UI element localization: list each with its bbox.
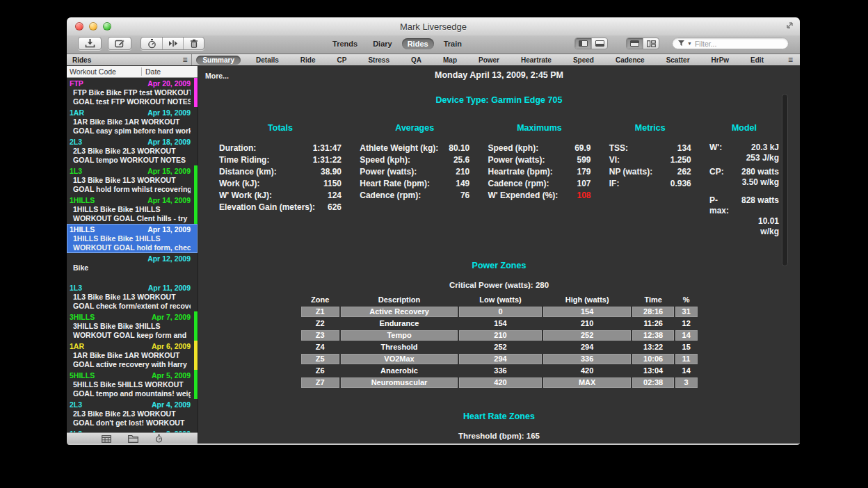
funnel-icon xyxy=(678,40,684,47)
zone-table-cell: Active Recovery xyxy=(341,307,458,317)
ride-list-item[interactable]: 1ARApr 6, 20091AR Bike Bike 1AR WORKOUTG… xyxy=(67,341,198,370)
zone-table-cell: 15 xyxy=(675,342,698,352)
zone-table-cell: Z4 xyxy=(301,342,339,352)
edit-button[interactable] xyxy=(108,37,131,50)
ride-tab-qa[interactable]: QA xyxy=(405,56,428,65)
ride-tab-summary[interactable]: Summary xyxy=(196,56,241,65)
ride-tab-map[interactable]: Map xyxy=(437,56,463,65)
ride-tab-scatter[interactable]: Scatter xyxy=(660,56,696,65)
ride-list-item[interactable]: FTPApr 20, 2009FTP Bike Bike FTP test WO… xyxy=(67,78,198,107)
ride-list[interactable]: FTPApr 20, 2009FTP Bike Bike FTP test WO… xyxy=(67,78,198,432)
summary-label: Cadence (rpm): xyxy=(360,190,421,202)
sidebar-column-headers[interactable]: Workout Code Date xyxy=(67,66,198,78)
fullview-toggle-button[interactable] xyxy=(627,38,643,49)
stopwatch-button[interactable] xyxy=(141,38,162,49)
ride-tab-bar: SummaryDetailsRideCPStressQAMapPowerHear… xyxy=(192,54,800,65)
ride-list-item[interactable]: 2L3Apr 18, 20092L3 Bike Bike 2L3 WORKOUT… xyxy=(67,136,198,165)
summary-row: 3.50 w/kg xyxy=(709,177,779,188)
ride-tabs-menu-icon[interactable]: ≡ xyxy=(788,56,793,63)
ride-workout-code: 1HILLS xyxy=(70,196,95,205)
summary-column-model: ModelW':20.3 kJ253 J/kgCP:280 watts3.50 … xyxy=(709,123,779,237)
filter-input[interactable] xyxy=(695,40,775,48)
view-tab-train[interactable]: Train xyxy=(438,38,467,49)
calendar-icon[interactable] xyxy=(102,435,111,443)
view-tabs: TrendsDiaryRidesTrain xyxy=(327,38,467,49)
summary-row: NP (watts):262 xyxy=(609,166,691,178)
more-link[interactable]: More... xyxy=(205,72,229,80)
close-button[interactable] xyxy=(75,22,83,31)
ride-title-line: 2L3Apr 18, 2009 xyxy=(70,138,191,147)
ride-detail-line: 1AR Bike Bike 1AR WORKOUT xyxy=(70,117,191,127)
column-header-date[interactable]: Date xyxy=(142,67,161,76)
ride-date: Apr 15, 2009 xyxy=(147,167,191,176)
ride-tab-power[interactable]: Power xyxy=(472,56,506,65)
ride-list-item[interactable]: 1HILLSApr 14, 20091HILLS Bike Bike 1HILL… xyxy=(67,195,198,224)
ride-list-item[interactable]: 1L3Apr 11, 20091L3 Bike Bike 1L3 WORKOUT… xyxy=(67,282,198,311)
vertical-scrollbar[interactable] xyxy=(782,94,788,266)
delete-button[interactable] xyxy=(183,38,204,49)
ride-list-item[interactable]: Apr 12, 2009Bike xyxy=(67,253,198,282)
ride-tab-edit[interactable]: Edit xyxy=(744,56,770,65)
summary-row: Speed (kph):69.9 xyxy=(488,143,591,154)
summary-row: Work (kJ):1150 xyxy=(219,178,341,190)
sidebar-menu-icon[interactable]: ≡ xyxy=(182,56,187,63)
ride-detail-line: GOAL easy spim before hard work xyxy=(70,127,191,136)
ride-list-item[interactable]: 5HILLSApr 5, 20095HILLS Bike 5HILLS WORK… xyxy=(67,370,198,399)
filter-field[interactable]: ▼ xyxy=(672,38,789,49)
zoom-button[interactable] xyxy=(103,22,111,31)
summary-column-title: Model xyxy=(709,123,779,133)
ride-tab-cp[interactable]: CP xyxy=(331,56,353,65)
ride-date-title: Monday April 13, 2009, 2:45 PM xyxy=(198,66,800,80)
full-view-icon xyxy=(630,40,639,47)
ride-tab-hrpw[interactable]: HrPw xyxy=(705,56,736,65)
ride-tab-ride[interactable]: Ride xyxy=(294,56,322,65)
column-header-workout-code[interactable]: Workout Code xyxy=(67,67,142,76)
ride-detail-line: GOAL tempo and mountains! weight xyxy=(70,389,191,398)
summary-row: TSS:134 xyxy=(609,143,691,154)
ride-detail-line: WORKOUT GOAL Clent hills - try xyxy=(70,214,191,223)
ride-tab-details[interactable]: Details xyxy=(250,56,285,65)
summary-column-averages: AveragesAthlete Weight (kg):80.10Speed (… xyxy=(360,123,469,237)
ride-tab-stress[interactable]: Stress xyxy=(362,56,396,65)
ride-detail-line: WORKOUT GOAL hold form, check xyxy=(70,243,191,252)
ride-detail-line: 1L3 Bike Bike 1L3 WORKOUT xyxy=(70,293,191,302)
fullscreen-icon[interactable] xyxy=(786,22,794,29)
folder-icon[interactable] xyxy=(128,435,138,443)
ride-list-item[interactable]: 1L3Apr 15, 20091L3 Bike Bike 1L3 WORKOUT… xyxy=(67,165,198,195)
zone-table-cell: 28:16 xyxy=(632,307,673,317)
ride-list-item[interactable]: 2L3Apr 4, 20092L3 Bike Bike 2L3 WORKOUTG… xyxy=(67,399,198,428)
sidebar-toggle-button[interactable] xyxy=(575,38,591,49)
ride-date: Apr 7, 2009 xyxy=(152,313,191,322)
summary-label: NP (watts): xyxy=(609,166,652,178)
zone-table-cell: Z3 xyxy=(301,330,339,341)
ride-list-item[interactable]: 3HILLSApr 7, 20093HILLS Bike Bike 3HILLS… xyxy=(67,311,198,341)
ride-tab-cadence[interactable]: Cadence xyxy=(609,56,651,65)
ride-tab-heartrate[interactable]: Heartrate xyxy=(515,56,558,65)
ride-title-line: 1ARApr 19, 2009 xyxy=(70,108,191,117)
view-tab-rides[interactable]: Rides xyxy=(402,38,434,49)
download-button[interactable] xyxy=(78,37,102,50)
zone-table-cell: 31 xyxy=(675,307,698,317)
device-type: Device Type: Garmin Edge 705 xyxy=(198,95,800,105)
tiled-toggle-button[interactable] xyxy=(643,38,659,49)
stopwatch-small-icon[interactable] xyxy=(155,434,163,443)
view-tab-diary[interactable]: Diary xyxy=(367,38,398,49)
edit-icon xyxy=(115,39,125,48)
ride-title-line: Apr 12, 2009 xyxy=(70,254,191,263)
ride-list-item[interactable]: 1L3Apr 3, 2009 xyxy=(67,428,198,432)
split-button[interactable] xyxy=(162,38,183,49)
ride-tab-speed[interactable]: Speed xyxy=(567,56,600,65)
view-tab-trends[interactable]: Trends xyxy=(327,38,363,49)
lowbar-toggle-button[interactable] xyxy=(591,38,607,49)
ride-list-item[interactable]: 1HILLSApr 13, 20091HILLS Bike Bike 1HILL… xyxy=(67,224,198,253)
zone-table-cell: Neuromuscular xyxy=(341,377,458,388)
zone-table-cell: 3 xyxy=(675,377,698,388)
ride-list-item[interactable]: 1ARApr 19, 20091AR Bike Bike 1AR WORKOUT… xyxy=(67,107,198,136)
split-icon xyxy=(168,40,178,47)
titlebar[interactable]: Mark Liversedge xyxy=(67,17,800,35)
zone-table-cell: 420 xyxy=(543,366,632,376)
summary-value: 10.01 w/kg xyxy=(758,216,779,237)
second-strip: Rides ≡ SummaryDetailsRideCPStressQAMapP… xyxy=(67,54,800,66)
zone-table-cell: 210 xyxy=(543,318,632,329)
minimize-button[interactable] xyxy=(89,22,97,31)
